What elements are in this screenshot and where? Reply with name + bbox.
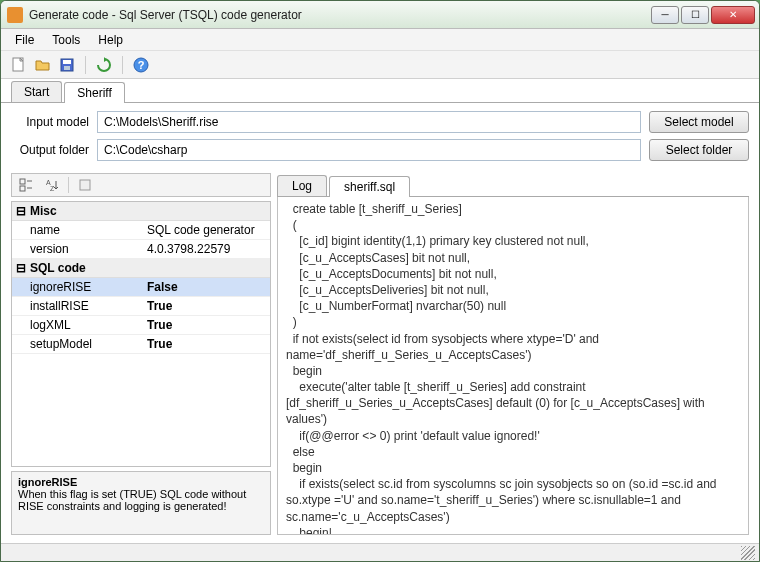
property-value[interactable]: False [141, 278, 270, 296]
svg-text:?: ? [138, 59, 145, 71]
desc-title: ignoreRISE [18, 476, 264, 488]
minimize-button[interactable]: ─ [651, 6, 679, 24]
titlebar[interactable]: Generate code - Sql Server (TSQL) code g… [1, 1, 759, 29]
statusbar [1, 543, 759, 561]
app-window: Generate code - Sql Server (TSQL) code g… [0, 0, 760, 562]
property-row[interactable]: ignoreRISEFalse [12, 278, 270, 297]
property-key: setupModel [12, 335, 141, 353]
content-split: AZ ⊟Misc nameSQL code generatorversion4.… [1, 169, 759, 543]
collapse-icon[interactable]: ⊟ [16, 204, 26, 218]
input-model-label: Input model [11, 115, 89, 129]
output-folder-label: Output folder [11, 143, 89, 157]
svg-rect-12 [80, 180, 90, 190]
category-sqlcode[interactable]: ⊟SQL code [12, 259, 270, 278]
input-model-field[interactable] [97, 111, 641, 133]
property-value[interactable]: SQL code generator [141, 221, 270, 239]
property-row[interactable]: logXMLTrue [12, 316, 270, 335]
save-icon[interactable] [59, 57, 75, 73]
tab-sheriff[interactable]: Sheriff [64, 82, 124, 103]
property-row[interactable]: nameSQL code generator [12, 221, 270, 240]
property-panel: AZ ⊟Misc nameSQL code generatorversion4.… [11, 173, 271, 535]
menu-tools[interactable]: Tools [52, 33, 80, 47]
property-key: installRISE [12, 297, 141, 315]
resize-grip-icon[interactable] [741, 546, 755, 560]
property-pages-icon[interactable] [75, 176, 95, 194]
alphabetical-icon[interactable]: AZ [42, 176, 62, 194]
help-icon[interactable]: ? [133, 57, 149, 73]
property-key: logXML [12, 316, 141, 334]
categorized-icon[interactable] [16, 176, 36, 194]
toolbar: ? [1, 51, 759, 79]
menu-help[interactable]: Help [98, 33, 123, 47]
tab-log[interactable]: Log [277, 175, 327, 196]
select-model-button[interactable]: Select model [649, 111, 749, 133]
category-misc[interactable]: ⊟Misc [12, 202, 270, 221]
maximize-button[interactable]: ☐ [681, 6, 709, 24]
svg-rect-6 [20, 179, 25, 184]
new-icon[interactable] [11, 57, 27, 73]
close-button[interactable]: ✕ [711, 6, 755, 24]
toolbar-separator [68, 177, 69, 193]
window-title: Generate code - Sql Server (TSQL) code g… [29, 8, 649, 22]
property-description: ignoreRISE When this flag is set (TRUE) … [11, 471, 271, 535]
property-toolbar: AZ [11, 173, 271, 197]
svg-rect-3 [64, 66, 70, 70]
select-folder-button[interactable]: Select folder [649, 139, 749, 161]
property-value[interactable]: True [141, 316, 270, 334]
tab-sqlfile[interactable]: sheriff.sql [329, 176, 410, 197]
property-value[interactable]: True [141, 297, 270, 315]
property-key: ignoreRISE [12, 278, 141, 296]
property-value[interactable]: 4.0.3798.22579 [141, 240, 270, 258]
property-key: name [12, 221, 141, 239]
property-value[interactable]: True [141, 335, 270, 353]
svg-text:Z: Z [50, 185, 55, 192]
main-tabs: Start Sheriff [1, 79, 759, 103]
menu-file[interactable]: File [15, 33, 34, 47]
code-viewer[interactable]: create table [t_sheriff_u_Series] ( [c_i… [277, 197, 749, 535]
output-tabs: Log sheriff.sql [277, 173, 749, 197]
property-row[interactable]: installRISETrue [12, 297, 270, 316]
desc-text: When this flag is set (TRUE) SQL code wi… [18, 488, 264, 512]
svg-rect-7 [20, 186, 25, 191]
svg-rect-2 [63, 60, 71, 64]
toolbar-separator [85, 56, 86, 74]
property-grid[interactable]: ⊟Misc nameSQL code generatorversion4.0.3… [11, 201, 271, 467]
property-row[interactable]: version4.0.3798.22579 [12, 240, 270, 259]
form-area: Input model Select model Output folder S… [1, 103, 759, 169]
property-row[interactable]: setupModelTrue [12, 335, 270, 354]
collapse-icon[interactable]: ⊟ [16, 261, 26, 275]
open-icon[interactable] [35, 57, 51, 73]
refresh-icon[interactable] [96, 57, 112, 73]
output-folder-field[interactable] [97, 139, 641, 161]
property-key: version [12, 240, 141, 258]
tab-start[interactable]: Start [11, 81, 62, 102]
menubar: File Tools Help [1, 29, 759, 51]
app-icon [7, 7, 23, 23]
output-panel: Log sheriff.sql create table [t_sheriff_… [277, 173, 749, 535]
toolbar-separator [122, 56, 123, 74]
window-buttons: ─ ☐ ✕ [649, 6, 755, 24]
